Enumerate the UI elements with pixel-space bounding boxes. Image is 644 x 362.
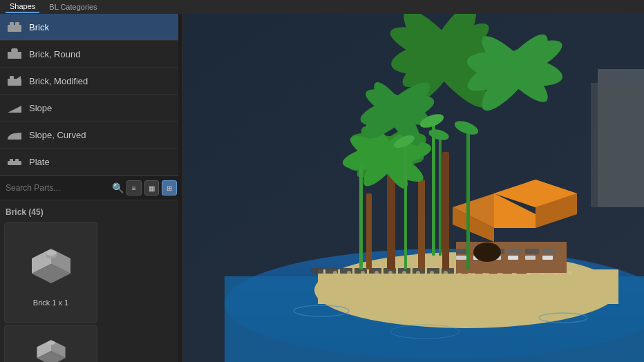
medium-view-icon: ▦: [149, 184, 155, 192]
brick-icon: [7, 19, 22, 35]
top-bar: Shapes BL Categories: [0, 0, 644, 14]
svg-rect-10: [10, 159, 13, 162]
sidebar-scrollbar[interactable]: [178, 14, 182, 362]
svg-rect-70: [508, 249, 522, 254]
view-large-button[interactable]: ⊞: [162, 180, 177, 196]
svg-rect-5: [8, 79, 21, 86]
sidebar-item-label-slope: Slope: [29, 103, 52, 113]
svg-rect-0: [8, 25, 21, 32]
sidebar-item-label-brick-round: Brick, Round: [29, 49, 80, 59]
svg-rect-109: [359, 166, 363, 269]
sidebar-item-label-slope-curved: Slope, Curved: [29, 130, 86, 140]
list-view-icon: ≡: [132, 184, 136, 192]
plate-icon: [7, 154, 22, 169]
svg-marker-8: [8, 106, 21, 113]
brick-modified-icon: [7, 73, 22, 88]
svg-point-79: [473, 242, 501, 262]
svg-rect-76: [508, 256, 518, 260]
sidebar: Brick Brick, Round: [0, 14, 183, 362]
svg-rect-82: [442, 152, 449, 269]
svg-rect-81: [418, 180, 425, 269]
part-image-brick-1x1: [23, 239, 79, 294]
part-tile-brick-1x2[interactable]: [4, 325, 97, 362]
tab-shapes[interactable]: Shapes: [6, 1, 39, 13]
large-view-icon: ⊞: [167, 184, 172, 192]
parts-grid: Brick 1 x 1: [4, 222, 178, 362]
sidebar-item-label-brick-modified: Brick, Modified: [29, 76, 88, 86]
svg-rect-107: [404, 138, 407, 269]
svg-rect-6: [10, 76, 14, 79]
svg-point-59: [568, 271, 572, 275]
svg-rect-108: [466, 124, 470, 269]
main-layout: Brick Brick, Round: [0, 14, 644, 362]
3d-viewport[interactable]: [183, 14, 644, 362]
search-input[interactable]: [6, 183, 109, 193]
parts-section: Brick (45): [0, 200, 182, 362]
slope-icon: [7, 100, 22, 115]
sidebar-item-label-plate: Plate: [29, 157, 50, 167]
svg-point-49: [430, 271, 434, 275]
svg-rect-77: [525, 256, 536, 260]
svg-point-47: [402, 271, 406, 275]
sidebar-item-brick-modified[interactable]: Brick, Modified: [0, 68, 182, 95]
svg-rect-73: [456, 256, 466, 260]
view-list-button[interactable]: ≡: [126, 180, 142, 196]
svg-rect-106: [439, 131, 442, 256]
view-medium-button[interactable]: ▦: [144, 180, 160, 196]
svg-rect-1: [10, 22, 14, 26]
sidebar-item-slope-curved[interactable]: Slope, Curved: [0, 122, 182, 149]
lego-scene: [183, 14, 644, 362]
svg-marker-7: [17, 76, 21, 79]
svg-point-17: [46, 250, 57, 256]
svg-rect-72: [542, 249, 556, 254]
svg-point-42: [333, 271, 337, 275]
search-icon[interactable]: 🔍: [112, 182, 124, 193]
brick-round-icon: [7, 46, 22, 61]
search-bar: 🔍 ≡ ▦ ⊞: [0, 175, 182, 200]
sidebar-item-brick[interactable]: Brick: [0, 14, 182, 41]
svg-rect-11: [15, 159, 19, 162]
tab-bl-categories[interactable]: BL Categories: [45, 1, 101, 12]
svg-rect-83: [366, 193, 372, 269]
svg-point-46: [388, 271, 392, 275]
svg-point-44: [361, 271, 365, 275]
category-list: Brick Brick, Round: [0, 14, 182, 175]
parts-header: Brick (45): [4, 204, 178, 222]
slope-curved-icon: [7, 127, 22, 142]
svg-rect-71: [525, 249, 539, 254]
svg-rect-27: [311, 268, 323, 274]
svg-rect-115: [591, 83, 644, 207]
part-tile-brick-1x1[interactable]: Brick 1 x 1: [4, 222, 97, 323]
part-label-brick-1x1: Brick 1 x 1: [33, 298, 68, 307]
sidebar-item-slope[interactable]: Slope: [0, 95, 182, 122]
sidebar-item-plate[interactable]: Plate: [0, 149, 182, 175]
sidebar-item-brick-round[interactable]: Brick, Round: [0, 41, 182, 68]
svg-point-45: [375, 271, 379, 275]
svg-point-21: [47, 341, 55, 345]
sidebar-item-label-brick: Brick: [29, 22, 49, 32]
svg-rect-78: [542, 256, 553, 260]
svg-rect-9: [8, 161, 21, 165]
svg-rect-2: [15, 22, 19, 26]
svg-point-50: [444, 271, 448, 275]
svg-point-48: [416, 271, 420, 275]
svg-point-43: [347, 271, 351, 275]
